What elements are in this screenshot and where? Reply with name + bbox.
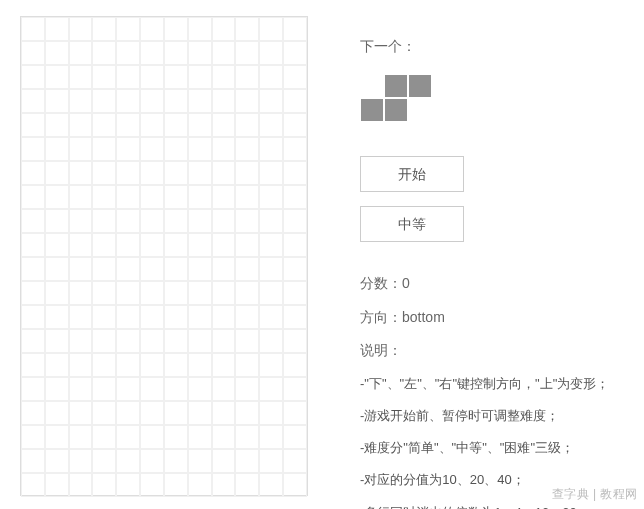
board-cell — [45, 161, 69, 185]
board-cell — [116, 353, 140, 377]
board-cell — [259, 233, 283, 257]
board-cell — [212, 353, 236, 377]
board-cell — [45, 377, 69, 401]
board-cell — [21, 209, 45, 233]
board-cell — [69, 185, 93, 209]
board-cell — [69, 137, 93, 161]
board-cell — [69, 473, 93, 497]
board-cell — [140, 353, 164, 377]
rule-line: -多行同时消去的倍数为1、4、10、20； — [360, 504, 640, 509]
board-cell — [283, 305, 307, 329]
board-cell — [259, 305, 283, 329]
board-cell — [188, 185, 212, 209]
board-cell — [212, 305, 236, 329]
board-cell — [283, 89, 307, 113]
board-cell — [69, 401, 93, 425]
board-cell — [164, 113, 188, 137]
score-value: 0 — [402, 275, 410, 291]
board-cell — [116, 89, 140, 113]
board-cell — [259, 161, 283, 185]
board-cell — [21, 281, 45, 305]
board-cell — [69, 233, 93, 257]
board-cell — [21, 233, 45, 257]
board-cell — [45, 257, 69, 281]
board-cell — [92, 425, 116, 449]
board-cell — [92, 137, 116, 161]
board-cell — [188, 401, 212, 425]
board-cell — [283, 401, 307, 425]
rule-line: -难度分"简单"、"中等"、"困难"三级； — [360, 439, 640, 457]
description-label: 说明： — [360, 341, 640, 361]
board-cell — [188, 41, 212, 65]
board-cell — [45, 473, 69, 497]
board-cell — [283, 353, 307, 377]
board-cell — [21, 17, 45, 41]
board-cell — [235, 89, 259, 113]
board-cell — [212, 377, 236, 401]
board-cell — [21, 41, 45, 65]
board-cell — [92, 449, 116, 473]
board-cell — [69, 113, 93, 137]
board-cell — [164, 401, 188, 425]
game-board[interactable] — [20, 16, 308, 496]
board-cell — [92, 401, 116, 425]
board-cell — [69, 329, 93, 353]
board-cell — [235, 17, 259, 41]
board-cell — [188, 377, 212, 401]
board-cell — [140, 329, 164, 353]
difficulty-button[interactable]: 中等 — [360, 206, 464, 242]
board-cell — [259, 185, 283, 209]
board-cell — [212, 281, 236, 305]
board-cell — [235, 209, 259, 233]
board-cell — [212, 425, 236, 449]
board-cell — [140, 65, 164, 89]
board-cell — [283, 329, 307, 353]
board-cell — [212, 257, 236, 281]
board-cell — [140, 377, 164, 401]
board-cell — [21, 401, 45, 425]
board-cell — [69, 65, 93, 89]
board-cell — [92, 209, 116, 233]
board-cell — [212, 17, 236, 41]
board-cell — [188, 65, 212, 89]
board-cell — [283, 425, 307, 449]
board-cell — [116, 233, 140, 257]
board-cell — [188, 161, 212, 185]
board-cell — [283, 161, 307, 185]
board-cell — [92, 185, 116, 209]
board-cell — [45, 137, 69, 161]
rule-line: -游戏开始前、暂停时可调整难度； — [360, 407, 640, 425]
board-cell — [164, 353, 188, 377]
board-cell — [69, 305, 93, 329]
board-cell — [21, 329, 45, 353]
board-cell — [259, 41, 283, 65]
board-cell — [92, 89, 116, 113]
board-cell — [69, 89, 93, 113]
board-cell — [116, 65, 140, 89]
board-cell — [235, 233, 259, 257]
board-cell — [212, 41, 236, 65]
board-cell — [92, 281, 116, 305]
block-icon — [384, 74, 408, 98]
board-cell — [45, 449, 69, 473]
board-cell — [21, 185, 45, 209]
board-cell — [188, 137, 212, 161]
board-cell — [45, 305, 69, 329]
board-cell — [283, 185, 307, 209]
board-cell — [164, 257, 188, 281]
board-cell — [188, 425, 212, 449]
board-cell — [140, 17, 164, 41]
board-cell — [283, 41, 307, 65]
board-cell — [69, 41, 93, 65]
start-button[interactable]: 开始 — [360, 156, 464, 192]
board-cell — [116, 377, 140, 401]
board-cell — [283, 113, 307, 137]
board-cell — [21, 113, 45, 137]
board-cell — [259, 449, 283, 473]
board-cell — [283, 257, 307, 281]
board-cell — [283, 17, 307, 41]
board-cell — [140, 137, 164, 161]
board-cell — [259, 65, 283, 89]
score-label: 分数： — [360, 275, 402, 291]
board-cell — [69, 449, 93, 473]
